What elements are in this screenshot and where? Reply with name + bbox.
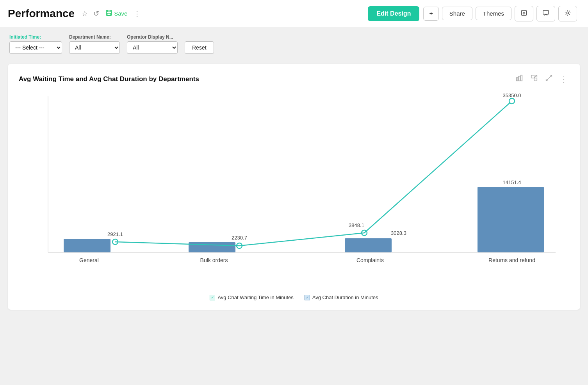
- legend-chat-duration: ✓ Avg Chat Duration in Minutes: [305, 295, 378, 300]
- label-returns-waiting: 35350.0: [503, 92, 521, 98]
- department-name-label: Department Name:: [69, 34, 120, 40]
- svg-point-6: [567, 12, 568, 14]
- legend-waiting-checkbox: ✓: [210, 295, 215, 300]
- x-label-bulkorders: Bulk orders: [200, 257, 228, 263]
- save-label: Save: [114, 10, 127, 17]
- svg-line-13: [549, 75, 552, 78]
- header: Performance ☆ ↺ Save ⋮ Edit Design + Sha…: [0, 0, 588, 27]
- gear-icon: [564, 9, 571, 18]
- svg-rect-5: [543, 10, 549, 14]
- legend-waiting-time: ✓ Avg Chat Waiting Time in Minutes: [210, 295, 293, 300]
- refresh-icon: ↺: [93, 9, 99, 18]
- svg-line-14: [546, 78, 549, 81]
- themes-button[interactable]: Themes: [476, 7, 511, 20]
- star-icon: ☆: [82, 9, 88, 18]
- label-complaints-duration: 3028.3: [391, 230, 406, 236]
- label-complaints-waiting: 3848.1: [349, 222, 364, 228]
- settings-button[interactable]: [558, 6, 577, 21]
- bar-chart-button[interactable]: [514, 73, 525, 85]
- svg-rect-12: [534, 78, 537, 81]
- legend-duration-checkbox: ✓: [305, 295, 310, 300]
- chart-card: Avg Waiting Time and Avg Chat Duration b…: [8, 64, 580, 310]
- svg-line-10: [534, 75, 537, 78]
- save-icon: [105, 9, 112, 18]
- comment-button[interactable]: [536, 6, 555, 21]
- chart-legend: ✓ Avg Chat Waiting Time in Minutes ✓ Avg…: [19, 295, 569, 300]
- dot-returns-waiting: [509, 98, 515, 104]
- upload-button[interactable]: [515, 6, 533, 21]
- edit-design-button[interactable]: Edit Design: [368, 6, 419, 21]
- label-bulkorders-waiting: 2230.7: [232, 235, 247, 241]
- share-button[interactable]: Share: [442, 7, 472, 20]
- external-link-button[interactable]: [529, 73, 540, 85]
- more-options-button[interactable]: ⋮: [132, 8, 142, 20]
- label-returns-duration: 14151.4: [503, 179, 521, 185]
- page-title: Performance: [8, 7, 75, 20]
- label-general-waiting: 2921.1: [107, 231, 123, 237]
- operator-display-select[interactable]: All: [127, 41, 178, 54]
- upload-icon: [520, 9, 527, 18]
- x-label-complaints: Complaints: [356, 257, 384, 263]
- legend-duration-label: Avg Chat Duration in Minutes: [312, 295, 378, 300]
- save-button[interactable]: Save: [103, 8, 130, 19]
- chart-title: Avg Waiting Time and Avg Chat Duration b…: [19, 75, 199, 83]
- expand-button[interactable]: [543, 73, 554, 85]
- svg-rect-2: [107, 13, 111, 15]
- svg-rect-7: [517, 78, 518, 81]
- refresh-button[interactable]: ↺: [92, 8, 101, 20]
- x-label-returns: Returns and refund: [488, 257, 535, 263]
- chart-area: 2921.1 2230.7 3848.1 3028.3 14151.4 3535…: [19, 89, 569, 291]
- operator-display-label: Operator Display N...: [127, 34, 178, 40]
- department-name-filter: Department Name: All: [69, 34, 120, 54]
- initiated-time-label: Initiated Time:: [9, 34, 62, 40]
- add-button[interactable]: +: [423, 7, 438, 21]
- bar-general-duration: [64, 239, 110, 252]
- department-name-select[interactable]: All: [69, 41, 120, 54]
- filter-bar: Initiated Time: --- Select --- Departmen…: [0, 27, 588, 60]
- svg-rect-9: [521, 75, 522, 81]
- svg-rect-11: [531, 75, 534, 78]
- chart-more-button[interactable]: ⋮: [558, 74, 569, 85]
- bar-bulkorders-duration: [189, 242, 235, 252]
- chart-icon-group: ⋮: [514, 73, 569, 85]
- reset-button[interactable]: Reset: [185, 41, 214, 54]
- svg-rect-1: [108, 10, 110, 12]
- initiated-time-filter: Initiated Time: --- Select ---: [9, 34, 62, 54]
- more-vert-icon-chart: ⋮: [560, 75, 568, 83]
- plus-icon: +: [429, 10, 433, 17]
- comment-icon: [542, 9, 549, 18]
- waiting-time-line: [115, 101, 512, 246]
- initiated-time-select[interactable]: --- Select ---: [9, 41, 62, 54]
- x-label-general: General: [79, 257, 99, 263]
- star-button[interactable]: ☆: [80, 8, 89, 20]
- svg-rect-8: [519, 76, 520, 81]
- chart-header: Avg Waiting Time and Avg Chat Duration b…: [19, 73, 569, 85]
- chart-svg: 2921.1 2230.7 3848.1 3028.3 14151.4 3535…: [19, 89, 569, 280]
- bar-complaints-duration: [345, 238, 392, 252]
- more-vert-icon: ⋮: [134, 9, 141, 18]
- legend-waiting-label: Avg Chat Waiting Time in Minutes: [217, 295, 293, 300]
- operator-display-filter: Operator Display N... All: [127, 34, 178, 54]
- bar-returns-duration: [478, 187, 544, 252]
